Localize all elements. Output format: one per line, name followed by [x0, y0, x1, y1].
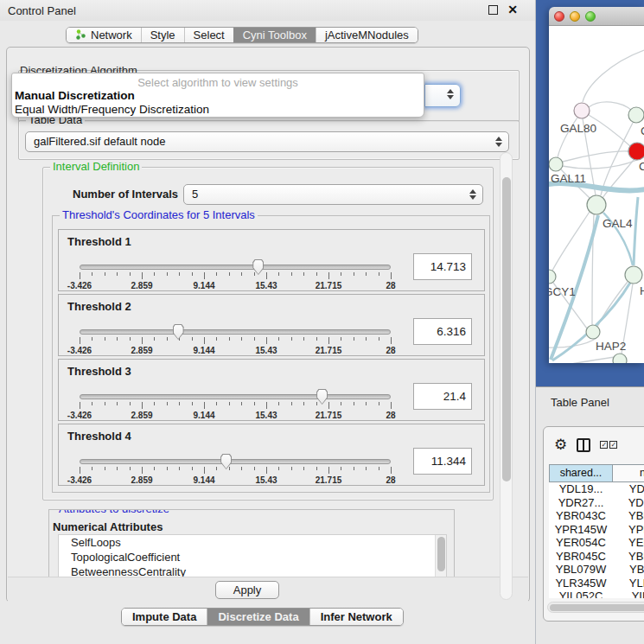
tab-infer-network[interactable]: Infer Network [309, 609, 403, 625]
network-graph: GAL80 G C GAL11 GAL4 GCY1 H HAP2 [549, 26, 644, 363]
checkbox-icon: ✓ [609, 441, 617, 449]
column-layout-icon[interactable] [577, 438, 590, 452]
threshold-4-label: Threshold 4 [67, 430, 131, 443]
network-window-titlebar [549, 7, 644, 26]
node-label: GAL4 [603, 217, 633, 230]
tab-style[interactable]: Style [141, 28, 184, 42]
numerical-attributes-label: Numerical Attributes [53, 520, 163, 533]
slider-ticks [80, 272, 391, 280]
threshold-4-panel: Threshold 4 -3.4262.8599.14415.4321.7152… [58, 424, 485, 486]
threshold-2-slider: -3.4262.8599.14415.4321.71528 [80, 324, 391, 355]
apply-button[interactable]: Apply [215, 581, 279, 599]
top-tab-bar: Network Style Select Cyni Toolbox jActiv… [66, 27, 418, 43]
list-scrollbar[interactable] [435, 535, 446, 577]
node-hap2 [586, 325, 600, 339]
tab-network-label: Network [91, 29, 132, 41]
node-gcy1 [549, 270, 556, 284]
tab-network[interactable]: Network [67, 28, 141, 42]
combo-arrows-icon [469, 188, 476, 201]
slider-track[interactable] [80, 459, 391, 464]
footer-bar: Apply [8, 577, 528, 603]
zoom-traffic-light-icon[interactable] [585, 11, 596, 22]
list-item[interactable]: BetweennessCentrality [59, 564, 446, 577]
threshold-1-value-field[interactable]: 14.713 [413, 253, 472, 280]
list-item[interactable]: SelfLoops [59, 535, 446, 550]
interval-definition-label: Interval Definition [50, 161, 142, 173]
interval-definition-group: Interval Definition Number of Intervals … [42, 167, 494, 501]
column-header-shared-name[interactable]: shared... [549, 464, 613, 482]
table-data-combobox[interactable]: galFiltered.sif default node [25, 131, 509, 152]
slider-track[interactable] [80, 329, 391, 335]
node-label: GAL80 [560, 122, 596, 135]
node-table-container: ⚙ ✓ ✓ shared... n YDL19...YDL1 YDR27...Y… [543, 426, 644, 622]
threshold-4-slider: -3.4262.8599.14415.4321.71528 [80, 454, 391, 485]
close-traffic-light-icon[interactable] [554, 11, 564, 22]
node-red [628, 143, 644, 160]
table-row[interactable]: YIL052CYIL0 [549, 590, 644, 598]
threshold-1-panel: Threshold 1 -3.4262.8599.14415.4321.7152… [58, 229, 485, 291]
table-row[interactable]: YBL079WYBL0 [549, 563, 644, 577]
tab-cyni-toolbox[interactable]: Cyni Toolbox [233, 28, 316, 42]
tab-discretize-data[interactable]: Discretize Data [207, 609, 309, 625]
tab-select[interactable]: Select [184, 28, 233, 42]
table-data-group: Table Data galFiltered.sif default node [18, 120, 520, 160]
network-icon [75, 29, 86, 41]
node-gal11 [549, 157, 563, 171]
node-g [628, 107, 644, 123]
threshold-2-label: Threshold 2 [67, 300, 131, 313]
network-canvas[interactable]: GAL80 G C GAL11 GAL4 GCY1 H HAP2 [549, 26, 644, 363]
number-of-intervals-label: Number of Intervals [73, 188, 178, 201]
float-window-icon[interactable] [488, 5, 498, 15]
node-gal80 [574, 103, 590, 118]
table-row[interactable]: YER054CYER0 [549, 536, 644, 550]
control-panel-titlebar: Control Panel ✕ [0, 0, 535, 21]
gear-icon[interactable]: ⚙ [554, 437, 567, 452]
attributes-group: Attributes to discretize Numerical Attri… [48, 509, 455, 577]
content-scrollbar[interactable] [500, 152, 513, 600]
slider-tick-labels: -3.4262.8599.14415.4321.71528 [80, 281, 391, 290]
control-panel: Control Panel ✕ Network Style Select Cyn… [0, 0, 536, 644]
algorithm-combobox[interactable] [424, 84, 461, 107]
combo-arrows-icon [494, 136, 502, 148]
slider-ticks [80, 337, 391, 345]
table-horizontal-scrollbar[interactable] [547, 602, 644, 613]
table-row[interactable]: YBR045CYBR0 [549, 550, 644, 564]
column-header-name[interactable]: n [613, 464, 644, 482]
slider-track[interactable] [80, 265, 391, 270]
slider-track[interactable] [80, 394, 391, 399]
threshold-coordinates-group: Threshold's Coordinates for 5 Intervals … [52, 215, 490, 493]
threshold-2-panel: Threshold 2 -3.4262.8599.14415.4321.7152… [58, 294, 485, 356]
node-label: GAL11 [551, 172, 586, 185]
tab-jactivemnodules[interactable]: jActiveMNodules [316, 28, 418, 42]
node-bottom [613, 354, 627, 363]
table-row[interactable]: YLR345WYLR3 [549, 577, 644, 590]
table-row[interactable]: YBR043CYBR0 [549, 509, 644, 523]
threshold-1-slider: -3.4262.8599.14415.4321.71528 [80, 259, 391, 290]
table-panel: Table Panel ⚙ ✓ ✓ shared... n YDL19...YD… [536, 386, 644, 644]
slider-tick-labels: -3.4262.8599.14415.4321.71528 [80, 475, 391, 485]
threshold-3-panel: Threshold 3 -3.4262.8599.14415.4321.7152… [58, 359, 485, 421]
node-label: G [641, 124, 644, 137]
minimize-traffic-light-icon[interactable] [570, 11, 580, 22]
slider-ticks [80, 402, 391, 410]
threshold-3-slider: -3.4262.8599.14415.4321.71528 [80, 389, 391, 420]
table-row[interactable]: YDL19...YDL1 [549, 482, 644, 496]
list-item[interactable]: TopologicalCoefficient [59, 550, 446, 564]
bottom-tab-bar: Impute Data Discretize Data Infer Networ… [121, 608, 404, 626]
close-icon[interactable]: ✕ [507, 3, 518, 16]
table-row[interactable]: YPR145WYPR1 [549, 523, 644, 537]
select-columns-icons[interactable]: ✓ ✓ [600, 441, 617, 449]
dropdown-option-manual[interactable]: Manual Discretization [12, 89, 424, 103]
dropdown-prompt[interactable]: Select algorithm to view settings [12, 76, 424, 89]
table-row[interactable]: YDR27...YDR2 [549, 496, 644, 510]
threshold-4-value-field[interactable]: 11.344 [413, 448, 472, 475]
node-gal4 [587, 195, 606, 214]
threshold-3-value-field[interactable]: 21.4 [413, 383, 472, 410]
attributes-group-label: Attributes to discretize [56, 509, 172, 515]
dropdown-option-equal-width[interactable]: Equal Width/Frequency Discretization [12, 103, 424, 117]
node-label: H [640, 284, 644, 297]
threshold-2-value-field[interactable]: 6.316 [413, 318, 472, 345]
tab-impute-data[interactable]: Impute Data [122, 609, 207, 625]
network-view-window: GAL80 G C GAL11 GAL4 GCY1 H HAP2 [549, 7, 644, 363]
number-of-intervals-combobox[interactable]: 5 [183, 184, 483, 205]
